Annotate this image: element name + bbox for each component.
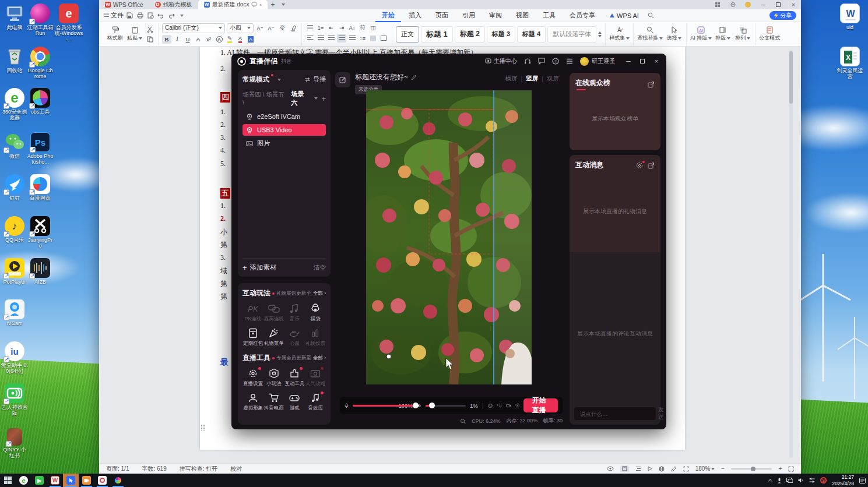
notification-center-icon[interactable] bbox=[859, 478, 866, 484]
taskbar-clock[interactable]: 21:27 2025/4/28 bbox=[832, 474, 854, 486]
workspace-icon[interactable] bbox=[710, 0, 725, 9]
title-edit-box[interactable] bbox=[335, 72, 350, 87]
tool-virtual-avatar[interactable]: 虚拟形象 bbox=[243, 393, 263, 412]
popup-icon[interactable] bbox=[648, 81, 655, 88]
desktop-icon-member-dist[interactable]: e 会员分发系统-Windows-... bbox=[52, 3, 85, 45]
status-spellcheck[interactable]: 拼写检查: 打开 bbox=[180, 465, 218, 473]
account-avatar[interactable] bbox=[740, 0, 755, 9]
font-size-select[interactable]: 小四 bbox=[227, 23, 254, 33]
help-icon[interactable]: ? bbox=[552, 58, 559, 65]
scene-tabs-inactive[interactable]: 场景四 \ 场景五 \ bbox=[243, 91, 285, 106]
style-heading2[interactable]: 标题 2 bbox=[455, 26, 485, 43]
menu-reference[interactable]: 引用 bbox=[456, 11, 482, 20]
menu-review[interactable]: 审阅 bbox=[483, 11, 508, 20]
source-image[interactable]: 图片 bbox=[243, 137, 326, 149]
fit-page-icon[interactable] bbox=[683, 466, 689, 472]
border-button[interactable] bbox=[379, 34, 388, 43]
copy-icon[interactable] bbox=[146, 36, 154, 43]
columns-button[interactable]: ◫ bbox=[368, 23, 378, 32]
zoom-slider-knob[interactable] bbox=[751, 467, 755, 471]
taskbar-obs[interactable] bbox=[94, 474, 110, 487]
menu-home[interactable]: 开始 bbox=[375, 9, 401, 22]
taskbar-wps[interactable]: W bbox=[47, 474, 63, 487]
fullscreen-icon[interactable] bbox=[788, 466, 794, 472]
mode-landscape[interactable]: 横屏 bbox=[505, 75, 518, 83]
play-item-lucky-bag[interactable]: 福袋 bbox=[305, 304, 326, 323]
speaker-slider-knob[interactable] bbox=[429, 403, 435, 408]
superscript-button[interactable]: x² bbox=[204, 35, 213, 44]
beauty-icon[interactable] bbox=[488, 402, 493, 410]
tool-live-settings[interactable]: 直播设置 bbox=[243, 368, 263, 387]
typeset-button[interactable]: 排版 bbox=[714, 26, 732, 42]
tab-current-document[interactable]: W最新搭建.docx • bbox=[198, 0, 268, 9]
italic-button[interactable]: I bbox=[173, 35, 182, 44]
arrange-button[interactable]: 排列 bbox=[734, 26, 751, 42]
bullet-list-button[interactable] bbox=[305, 23, 315, 32]
undo-icon[interactable] bbox=[156, 12, 166, 20]
anchor-center-button[interactable]: 主播中心 bbox=[485, 57, 517, 65]
zoom-in-button[interactable]: + bbox=[778, 465, 782, 472]
ai-typeset-button[interactable]: AIAI 排版 bbox=[690, 26, 712, 42]
tool-games[interactable]: 游戏 bbox=[284, 393, 305, 412]
tray-mic-icon[interactable] bbox=[778, 478, 781, 484]
source-ivcam[interactable]: e2eSoft iVCam bbox=[243, 111, 326, 122]
underline-button[interactable]: U bbox=[183, 35, 192, 44]
paragraph-drag-handle[interactable] bbox=[201, 424, 206, 431]
font-color-button[interactable]: A bbox=[236, 35, 245, 44]
desktop-icon-360-browser[interactable]: e↗ 360安全浏览器 bbox=[1, 88, 28, 130]
bold-button[interactable]: B bbox=[162, 35, 171, 44]
new-tab-button[interactable]: + bbox=[268, 0, 278, 9]
share-button[interactable]: 分享 bbox=[769, 11, 796, 20]
align-center-button[interactable] bbox=[316, 34, 325, 43]
style-heading3[interactable]: 标题 3 bbox=[487, 26, 515, 43]
settings-gear-icon[interactable] bbox=[515, 402, 520, 409]
format-painter-button[interactable]: 格式刷 bbox=[106, 26, 124, 42]
distribute-button[interactable] bbox=[347, 34, 357, 43]
play-item-red-packet[interactable]: 定期红包 bbox=[243, 328, 263, 347]
increase-font-icon[interactable]: A⁺ bbox=[255, 24, 265, 33]
desktop-icon-obs-tool[interactable]: ↗ obs工具 bbox=[27, 88, 54, 130]
desktop-icon-qinyy[interactable]: ↗ QINYY 小红书 bbox=[1, 428, 28, 470]
eye-protect-icon[interactable] bbox=[607, 466, 614, 471]
desktop-icon-photoshop[interactable]: Ps↗ Adobe Photosho... bbox=[27, 132, 54, 174]
desktop-icon-wechat[interactable]: ↗ 微信 bbox=[1, 132, 28, 174]
camera-icon[interactable] bbox=[506, 403, 511, 409]
tray-align-icon[interactable] bbox=[809, 478, 815, 483]
tab-wps-office[interactable]: WWPS Office bbox=[99, 0, 149, 9]
menu-insert[interactable]: 插入 bbox=[402, 11, 428, 20]
taskbar-color-disc[interactable] bbox=[110, 474, 126, 487]
taskbar-360-browser[interactable]: e bbox=[16, 474, 31, 487]
style-normal[interactable]: 正文 bbox=[396, 26, 419, 43]
tool-interactive-tools[interactable]: 互动工具 bbox=[284, 368, 305, 387]
play-item-music[interactable]: 音乐 bbox=[284, 304, 305, 323]
taskbar-green-app[interactable]: ▶ bbox=[31, 474, 47, 487]
text-effect-button[interactable]: A bbox=[215, 35, 224, 44]
chat-input[interactable] bbox=[579, 410, 658, 418]
mode-dual[interactable]: 双屏 bbox=[547, 75, 559, 83]
decrease-indent-button[interactable]: ⇤ bbox=[326, 23, 336, 32]
paste-button[interactable]: 粘贴 bbox=[126, 26, 143, 42]
mirror-flip-icon[interactable] bbox=[497, 402, 502, 409]
increase-indent-button[interactable]: ⇥ bbox=[337, 23, 346, 32]
chevron-down-icon[interactable] bbox=[177, 12, 187, 20]
play-item-wish[interactable]: 心愿 bbox=[284, 328, 305, 347]
strikethrough-button[interactable]: A bbox=[194, 35, 203, 44]
align-right-button[interactable] bbox=[326, 34, 336, 43]
desktop-icon-aizb[interactable]: ↗ AIZB bbox=[27, 258, 54, 300]
tray-expand-icon[interactable] bbox=[768, 479, 772, 482]
taskbar-vcam[interactable] bbox=[79, 474, 94, 487]
desktop-icon-excel-file[interactable]: X 剑灵全民运营 bbox=[835, 47, 865, 89]
font-name-select[interactable]: Calibri (正文) bbox=[162, 23, 225, 33]
desktop-icon-jianghu[interactable]: ↗ 江湖工具箱Run bbox=[27, 3, 54, 45]
live-title-bar[interactable]: 直播伴侣 抖音 主播中心 ? 研王避圣 ─ × bbox=[231, 54, 666, 69]
tray-s-app-icon[interactable]: S bbox=[820, 477, 827, 484]
start-streaming-button[interactable]: 开始直播 bbox=[523, 398, 558, 412]
text-direction-button[interactable]: A↕ bbox=[347, 23, 357, 32]
web-view-icon[interactable] bbox=[659, 466, 665, 472]
clear-button[interactable]: 清空 bbox=[314, 264, 326, 272]
select-button[interactable]: 选择 bbox=[665, 26, 683, 42]
print-icon[interactable] bbox=[135, 12, 145, 20]
phonetic-guide-icon[interactable]: 变 bbox=[277, 24, 287, 33]
tool-sound-library[interactable]: 音效库 bbox=[305, 393, 326, 412]
scrollbar-thumb[interactable] bbox=[789, 51, 793, 104]
